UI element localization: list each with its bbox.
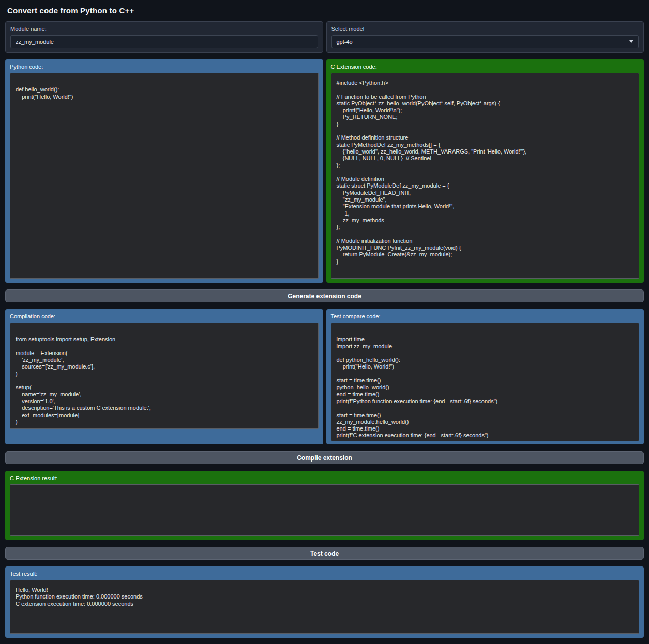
test-result-output[interactable]: Hello, World! Python function execution …: [10, 580, 639, 634]
module-name-label: Module name:: [10, 26, 318, 33]
compilation-code-panel: Compilation code: from setuptools import…: [5, 309, 323, 444]
test-compare-code-editor[interactable]: import time import zz_my_module def pyth…: [331, 323, 640, 441]
model-select-panel: Select model gpt-4o: [326, 21, 644, 53]
c-extension-code-editor[interactable]: #include <Python.h> // Function to be ca…: [331, 73, 640, 279]
c-extension-code-panel: C Extension code: #include <Python.h> //…: [326, 59, 644, 283]
test-result-label: Test result:: [10, 571, 639, 577]
model-select-label: Select model: [331, 26, 639, 33]
app: Convert code from Python to C++ Module n…: [5, 6, 644, 638]
module-name-input[interactable]: [10, 35, 318, 48]
c-extension-result-panel: C Extension result:: [5, 471, 644, 540]
test-compare-code-panel: Test compare code: import time import zz…: [326, 309, 644, 444]
generate-extension-code-button[interactable]: Generate extension code: [5, 289, 644, 302]
compile-extension-button[interactable]: Compile extension: [5, 451, 644, 464]
c-extension-result-output[interactable]: [10, 484, 639, 536]
test-code-button[interactable]: Test code: [5, 547, 644, 560]
test-result-panel: Test result: Hello, World! Python functi…: [5, 566, 644, 638]
source-code-row: Python code: def hello_world(): print("H…: [5, 59, 644, 283]
python-code-panel: Python code: def hello_world(): print("H…: [5, 59, 323, 283]
c-extension-result-label: C Extension result:: [10, 475, 639, 482]
model-select-dropdown[interactable]: gpt-4o: [331, 35, 639, 48]
page-title: Convert code from Python to C++: [7, 6, 642, 15]
compilation-code-label: Compilation code:: [10, 313, 319, 320]
python-code-label: Python code:: [10, 64, 319, 70]
build-test-code-row: Compilation code: from setuptools import…: [5, 309, 644, 444]
c-extension-code-label: C Extension code:: [331, 64, 640, 70]
model-select-value: gpt-4o: [337, 39, 353, 45]
test-compare-code-label: Test compare code:: [331, 313, 640, 320]
module-name-panel: Module name:: [5, 21, 323, 53]
config-row: Module name: Select model gpt-4o: [5, 21, 644, 53]
chevron-down-icon: [629, 40, 633, 43]
python-code-editor[interactable]: def hello_world(): print("Hello, World!"…: [10, 73, 319, 279]
compilation-code-editor[interactable]: from setuptools import setup, Extension …: [10, 323, 319, 429]
